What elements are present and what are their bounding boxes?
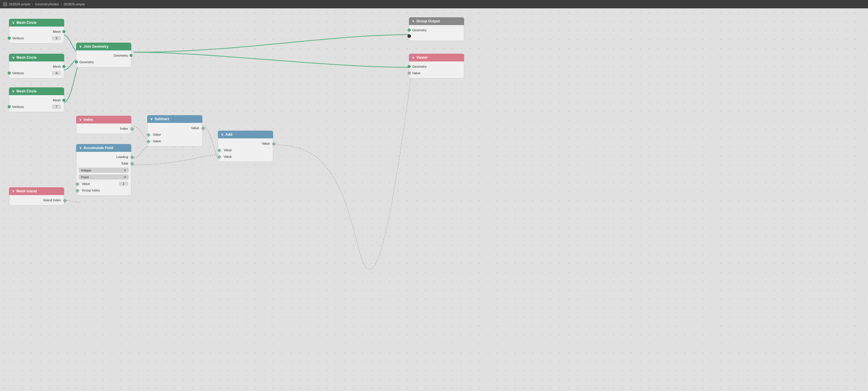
mesh-island-out-label: Island Index xyxy=(43,198,61,202)
mesh-circle-3-vertices-value[interactable]: 7 xyxy=(52,105,61,109)
acc-group-label: Group Index xyxy=(80,189,100,192)
mesh-circle-2-vertices-label: Vertices xyxy=(12,71,24,75)
group-output-extra-socket xyxy=(407,34,411,38)
acc-point-row: Point ∨ xyxy=(76,173,131,181)
mesh-circle-1-mesh-socket[interactable] xyxy=(62,30,65,33)
accumulate-field-node: ∨ Accumulate Field Leading Total Integer… xyxy=(76,144,131,196)
mesh-circle-1-mesh-row: Mesh xyxy=(9,28,64,35)
mesh-circle-1-title: Mesh Circle xyxy=(17,21,36,25)
chevron-icon: ∨ xyxy=(12,89,14,93)
group-output-title: Group Output xyxy=(416,19,440,23)
acc-value-socket[interactable] xyxy=(75,182,80,186)
acc-value-val[interactable]: 1 xyxy=(119,182,128,186)
acc-total-row: Total xyxy=(76,160,131,167)
mesh-circle-3-title: Mesh Circle xyxy=(17,89,36,93)
mesh-island-header[interactable]: ∨ Mesh Island xyxy=(9,187,64,195)
viewer-header[interactable]: ∨ Viewer xyxy=(409,54,464,61)
add-node: ∨ Add Value Value Value xyxy=(218,131,273,162)
subtract-value2-label: Value xyxy=(150,139,161,143)
add-body: Value Value Value xyxy=(218,138,273,162)
index-out-socket[interactable] xyxy=(130,127,134,131)
group-output-extra-row xyxy=(409,33,464,39)
acc-integer-select[interactable]: Integer ∨ xyxy=(79,168,129,173)
mesh-circle-2-header[interactable]: ∨ Mesh Circle xyxy=(9,54,64,61)
subtract-value2-socket[interactable] xyxy=(146,139,150,143)
mesh-circle-3-header[interactable]: ∨ Mesh Circle xyxy=(9,87,64,95)
mesh-circle-2-mesh-label: Mesh xyxy=(53,65,61,68)
join-geometry-geometry-out-label: Geometry xyxy=(114,54,128,57)
group-output-geometry-label: Geometry xyxy=(412,28,427,32)
acc-total-label: Total xyxy=(121,162,128,165)
subtract-out-socket[interactable] xyxy=(201,126,205,130)
mesh-circle-3-vertices-socket[interactable] xyxy=(8,105,11,108)
mesh-circle-1-header[interactable]: ∨ Mesh Circle xyxy=(9,19,64,27)
mesh-circle-3-body: Mesh Vertices 7 xyxy=(9,95,64,112)
add-value1-socket[interactable] xyxy=(217,148,221,153)
mesh-circle-1-vertices-value[interactable]: 3 xyxy=(52,36,61,40)
viewer-title: Viewer xyxy=(416,56,428,60)
group-output-geometry-socket[interactable] xyxy=(408,29,411,32)
mesh-island-node: ∨ Mesh Island Island Index xyxy=(9,187,64,205)
viewer-geometry-label: Geometry xyxy=(412,65,427,68)
acc-group-socket[interactable] xyxy=(75,189,80,193)
subtract-value2-row: Value xyxy=(148,138,202,144)
mesh-circle-2-mesh-socket[interactable] xyxy=(62,65,65,68)
mesh-circle-2-vertices-value[interactable]: 4 xyxy=(52,71,61,75)
acc-integer-row: Integer ∨ xyxy=(76,167,131,173)
viewer-value-row: Value xyxy=(409,70,464,76)
chevron-icon: ∨ xyxy=(12,21,14,25)
mesh-circle-1-vertices-socket[interactable] xyxy=(8,37,11,40)
acc-value-row: Value 1 xyxy=(76,181,131,187)
breadcrumb-1: 262829.simple xyxy=(9,2,30,6)
join-geometry-geometry-in-label: Geometry xyxy=(80,60,94,64)
subtract-title: Subtract xyxy=(155,117,169,121)
subtract-header[interactable]: ∨ Subtract xyxy=(147,115,203,123)
index-body: Index xyxy=(76,124,131,134)
breadcrumb-2: GeometryNodes xyxy=(35,2,59,6)
join-geometry-out-socket[interactable] xyxy=(129,54,132,57)
acc-point-select[interactable]: Point ∨ xyxy=(79,174,129,180)
acc-leading-socket[interactable] xyxy=(130,155,134,159)
accumulate-field-header[interactable]: ∨ Accumulate Field xyxy=(76,144,131,152)
add-out-label: Value xyxy=(262,142,270,145)
acc-point-chevron: ∨ xyxy=(124,175,126,179)
viewer-geometry-socket[interactable] xyxy=(408,65,411,68)
mesh-circle-3-mesh-socket[interactable] xyxy=(62,99,65,102)
add-value1-row: Value xyxy=(218,147,273,153)
index-out-row: Index xyxy=(76,125,131,132)
viewer-value-label: Value xyxy=(412,71,420,75)
add-title: Add xyxy=(225,132,232,137)
subtract-body: Value Value Value xyxy=(147,123,203,146)
mesh-circle-2-body: Mesh Vertices 4 xyxy=(9,61,64,78)
join-geometry-in-row: Geometry xyxy=(76,59,131,65)
app-icon xyxy=(3,2,7,6)
join-geometry-header[interactable]: ∨ Join Geometry xyxy=(76,43,131,51)
mesh-circle-3-vertices-label: Vertices xyxy=(12,105,24,108)
subtract-value1-label: Value xyxy=(150,133,161,136)
acc-value-label: Value xyxy=(80,182,90,186)
index-out-label: Index xyxy=(120,127,128,130)
mesh-circle-1-vertices-label: Vertices xyxy=(12,36,24,40)
chevron-icon: ∨ xyxy=(12,189,14,193)
node-canvas: ∨ Mesh Circle Mesh Vertices 3 ∨ Mesh Cir… xyxy=(0,8,868,391)
chevron-icon: ∨ xyxy=(412,19,414,23)
acc-total-socket[interactable] xyxy=(130,162,134,166)
acc-group-row: Group Index xyxy=(76,187,131,194)
viewer-value-socket[interactable] xyxy=(408,72,411,74)
index-header[interactable]: ∨ Index xyxy=(76,116,131,124)
mesh-circle-3-vertices-row: Vertices 7 xyxy=(9,103,64,110)
mesh-island-out-socket[interactable] xyxy=(63,198,67,202)
mesh-circle-2-mesh-row: Mesh xyxy=(9,63,64,70)
acc-integer-chevron: ∨ xyxy=(124,168,126,172)
mesh-circle-2-vertices-socket[interactable] xyxy=(8,72,11,74)
subtract-out-row: Value xyxy=(148,125,202,131)
mesh-circle-2-title: Mesh Circle xyxy=(17,56,36,60)
add-value2-socket[interactable] xyxy=(217,155,221,159)
join-geometry-in-socket[interactable] xyxy=(75,61,78,64)
group-output-header[interactable]: ∨ Group Output xyxy=(409,17,464,25)
add-header[interactable]: ∨ Add xyxy=(218,131,273,138)
subtract-value1-socket[interactable] xyxy=(146,133,150,137)
add-value1-label: Value xyxy=(221,148,231,152)
add-out-socket[interactable] xyxy=(272,142,276,146)
group-output-geometry-row: Geometry xyxy=(409,27,464,33)
